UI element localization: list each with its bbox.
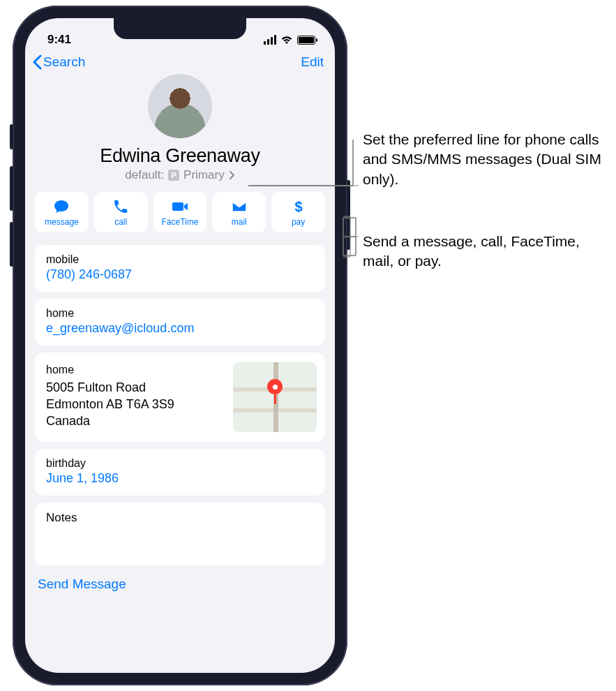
notch bbox=[114, 18, 246, 39]
annotation-actions: Send a message, call, FaceTime, mail, or… bbox=[363, 232, 614, 272]
annotation-default-line: Set the preferred line for phone calls a… bbox=[363, 130, 614, 189]
